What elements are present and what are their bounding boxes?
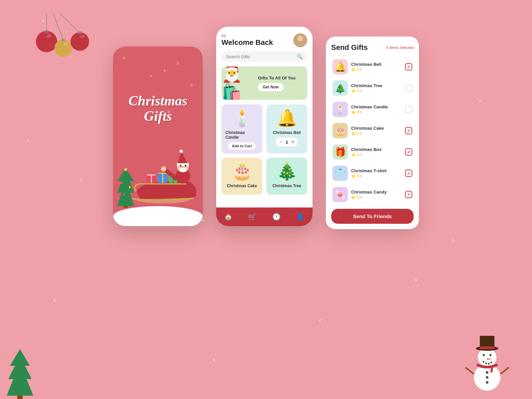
nav-home-icon[interactable]: 🏠 <box>224 213 232 221</box>
product-grid: 🕯️ Christmas Candle Add to Cart 🔔 Christ… <box>221 104 307 195</box>
svg-point-23 <box>485 363 487 364</box>
gift-rating-tshirt: ⭐ 5.0 <box>351 174 402 178</box>
gift-item-bell: 🔔 Christmas Bell ⭐ 5.0 ✓ <box>331 57 414 76</box>
svg-point-50 <box>180 150 183 153</box>
gift-info-tshirt: Christmas T-shirt ⭐ 5.0 <box>351 168 402 178</box>
svg-point-9 <box>70 32 89 51</box>
gift-item-tree: 🎄 Christmas Tree ⭐ 4.0 <box>331 78 414 98</box>
tree-emoji: 🎄 <box>277 162 297 181</box>
checkmark-candy: ✓ <box>407 192 411 197</box>
add-to-cart-button-candle[interactable]: Add to Cart <box>228 142 256 150</box>
bottom-nav: 🏠 🛒 🕐 👤 <box>216 207 313 226</box>
nav-cart-icon[interactable]: 🛒 <box>248 213 256 221</box>
qty-increase-button[interactable]: + <box>291 139 294 145</box>
search-bar[interactable]: 🔍 <box>221 51 307 62</box>
gift-thumb-cake: 🎂 <box>332 123 348 138</box>
product-card-cake: 🎂 Christmas Cake <box>221 158 262 195</box>
gift-thumb-box: 🎁 <box>332 144 348 160</box>
checkmark-box: ✓ <box>407 150 411 155</box>
qty-decrease-button[interactable]: − <box>279 139 282 145</box>
gift-rating-tree: ⭐ 4.0 <box>351 89 402 93</box>
svg-point-25 <box>490 362 492 363</box>
checkbox-cake[interactable]: ✓ <box>405 127 412 134</box>
nav-profile-icon[interactable]: 👤 <box>296 213 305 221</box>
svg-marker-12 <box>7 349 33 396</box>
svg-point-4 <box>44 30 49 33</box>
svg-point-6 <box>55 40 72 57</box>
promo-banner: 🎅🛍️ Gifts To All Of You Get Now <box>221 66 307 100</box>
svg-point-10 <box>77 31 82 34</box>
checkmark-cake: ✓ <box>407 128 411 133</box>
svg-line-27 <box>500 367 509 374</box>
checkbox-box[interactable]: ✓ <box>405 148 412 156</box>
gift-name-candle: Christmas Candle <box>351 104 402 109</box>
gift-rating-box: ⭐ 5.0 <box>351 153 402 157</box>
cake-name: Christmas Cake <box>227 184 257 188</box>
product-card-candle: 🕯️ Christmas Candle Add to Cart <box>221 104 262 154</box>
checkbox-tshirt[interactable]: ✓ <box>405 170 412 177</box>
product-card-tree: 🎄 Christmas Tree <box>266 158 307 195</box>
svg-point-15 <box>478 348 496 367</box>
svg-line-26 <box>466 367 474 374</box>
gift-thumb-candy: 🍬 <box>332 187 348 202</box>
send-to-friends-button[interactable]: Send To Friends <box>331 209 414 224</box>
svg-point-22 <box>483 361 484 363</box>
gift-name-box: Christmas Box <box>351 147 402 152</box>
gift-name-tree: Christmas Tree <box>351 83 402 88</box>
nav-history-icon[interactable]: 🕐 <box>272 213 281 221</box>
checkbox-tree[interactable] <box>405 84 412 92</box>
banner-title: Gifts To All Of You <box>258 75 304 80</box>
gift-name-bell: Christmas Bell <box>351 62 402 67</box>
phone-left: ❄ ❄ ✦ ❄ ✦ ❄ ✦ Christmas Gifts <box>113 47 203 226</box>
checkbox-candle[interactable] <box>405 106 412 113</box>
gift-item-candy: 🍬 Christmas Candy ⭐ 5.0 ✓ <box>331 185 414 204</box>
svg-point-3 <box>36 31 57 52</box>
gift-info-candle: Christmas Candle ⭐ 4.4 <box>351 104 402 114</box>
gift-item-candle: 🕯️ Christmas Candle ⭐ 4.4 <box>331 100 414 119</box>
gift-name-cake: Christmas Cake <box>351 126 402 131</box>
svg-rect-40 <box>151 175 152 183</box>
gift-rating-bell: ⭐ 5.0 <box>351 67 402 72</box>
svg-point-57 <box>298 36 303 41</box>
gift-info-cake: Christmas Cake ⭐ 5.0 <box>351 126 402 136</box>
phone-mid: Hi, Welcome Back 🔍 🎅🛍️ <box>216 27 313 226</box>
mid-header: Hi, Welcome Back <box>221 33 307 47</box>
greeting-text: Hi, <box>221 33 273 38</box>
bell-name: Christmas Bell <box>273 130 301 135</box>
checkbox-candy[interactable]: ✓ <box>405 191 412 198</box>
svg-line-2 <box>60 13 80 33</box>
panel-header: Send Gifts 5 Items Selected <box>331 43 414 52</box>
bottom-left-tree <box>7 349 33 399</box>
svg-point-35 <box>123 194 125 196</box>
items-selected-count: 5 Items Selected <box>386 46 414 50</box>
svg-point-54 <box>179 168 187 172</box>
santa-scene <box>113 133 203 226</box>
ornaments-decoration <box>27 13 93 80</box>
banner-image: 🎅🛍️ <box>221 66 255 100</box>
gift-item-tshirt: 👕 Christmas T-shirt ⭐ 5.0 ✓ <box>331 164 414 183</box>
get-now-button[interactable]: Get Now <box>258 83 284 91</box>
snow-ground <box>113 206 203 226</box>
gift-info-box: Christmas Box ⭐ 5.0 <box>351 147 402 157</box>
gift-name-tshirt: Christmas T-shirt <box>351 168 402 173</box>
svg-point-24 <box>488 363 490 365</box>
svg-point-51 <box>180 165 182 167</box>
svg-point-19 <box>483 354 485 356</box>
gift-info-tree: Christmas Tree ⭐ 4.0 <box>351 83 402 93</box>
checkbox-bell[interactable]: ✓ <box>405 63 412 70</box>
candle-name: Christmas Candle <box>225 130 258 140</box>
welcome-text: Welcome Back <box>221 38 273 47</box>
svg-point-29 <box>486 376 488 379</box>
panel-title: Send Gifts <box>331 43 368 52</box>
svg-rect-13 <box>17 396 23 399</box>
avatar[interactable] <box>293 33 307 47</box>
qty-display: 1 <box>286 140 288 145</box>
svg-point-30 <box>486 381 488 384</box>
candle-emoji: 🕯️ <box>232 108 252 128</box>
gift-thumb-candle: 🕯️ <box>332 102 348 117</box>
gift-rating-cake: ⭐ 5.0 <box>351 131 402 136</box>
cake-emoji: 🎂 <box>232 162 252 181</box>
gift-name-candy: Christmas Candy <box>351 190 402 195</box>
svg-point-52 <box>185 165 187 167</box>
search-input[interactable] <box>226 54 294 59</box>
